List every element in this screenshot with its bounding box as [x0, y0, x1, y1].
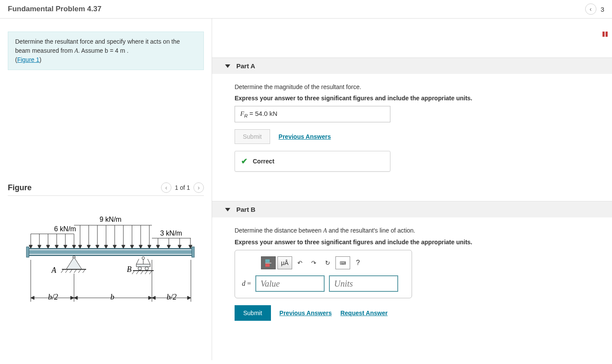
- header-nav: ‹ 3: [585, 3, 604, 15]
- partB-q1-var: A: [323, 227, 327, 234]
- svg-marker-48: [66, 257, 82, 269]
- svg-point-62: [145, 267, 148, 270]
- partA-q1: Determine the magnitude of the resultant…: [235, 83, 599, 90]
- partA-feedback-text: Correct: [253, 158, 274, 165]
- partA-submit-button: Submit: [235, 129, 270, 144]
- partA-body: Determine the magnitude of the resultant…: [212, 74, 612, 179]
- flag-icon[interactable]: [602, 32, 608, 37]
- partB-buttons: Submit Previous Answers Request Answer: [235, 305, 599, 321]
- beam-svg: 6 kN/m 9 kN/m 3 kN/m: [15, 213, 197, 313]
- svg-line-59: [136, 259, 139, 264]
- svg-line-64: [132, 271, 135, 274]
- partA-var: F: [240, 110, 244, 117]
- partB-units-input[interactable]: [329, 275, 398, 292]
- svg-marker-29: [139, 245, 142, 249]
- main-content: Determine the resultant force and specif…: [0, 19, 612, 360]
- partB-prev-answers-link[interactable]: Previous Answers: [280, 310, 332, 316]
- svg-marker-81: [187, 296, 191, 300]
- collapse-icon: [225, 208, 230, 211]
- partA-title: Part A: [236, 62, 255, 70]
- partA-buttons: Submit Previous Answers: [235, 129, 599, 144]
- label-dim2: b: [110, 293, 114, 301]
- collapse-icon: [225, 64, 230, 68]
- tool-keyboard-button[interactable]: ⌨: [335, 256, 350, 269]
- partB-q1-prefix: Determine the distance between: [235, 227, 323, 234]
- partB-value-input[interactable]: [255, 275, 325, 292]
- svg-rect-46: [192, 247, 194, 257]
- figure-header: Figure ‹ 1 of 1 ›: [8, 182, 204, 196]
- svg-marker-77: [74, 296, 77, 300]
- tool-help-button[interactable]: ?: [352, 256, 364, 269]
- problem-title: Fundamental Problem 4.37: [8, 5, 101, 13]
- tool-reset-button[interactable]: ↻: [322, 256, 334, 269]
- page-number: 3: [601, 6, 604, 13]
- partA-value: 54.0 kN: [255, 110, 277, 117]
- svg-marker-23: [113, 245, 116, 249]
- partB-header[interactable]: Part B: [212, 201, 612, 217]
- label-A: A: [51, 266, 57, 275]
- svg-marker-19: [96, 245, 99, 249]
- svg-marker-17: [87, 245, 90, 249]
- partB-submit-button[interactable]: Submit: [235, 305, 271, 321]
- support-B: [132, 257, 154, 274]
- tool-redo-button[interactable]: ↷: [308, 256, 320, 269]
- svg-marker-7: [55, 245, 58, 249]
- svg-line-65: [136, 271, 139, 274]
- figure-next-button[interactable]: ›: [193, 182, 204, 193]
- partB-q1-suffix: and the resultant's line of action.: [327, 227, 415, 234]
- figure-title: Figure: [8, 183, 32, 192]
- partB-input-row: d =: [242, 275, 405, 292]
- partA-header[interactable]: Part A: [212, 57, 612, 74]
- partB-toolbar: μÅ ↶ ↷ ↻ ⌨ ?: [261, 256, 405, 269]
- svg-line-67: [145, 271, 148, 274]
- figure-nav: ‹ 1 of 1 ›: [161, 182, 204, 193]
- support-A: [61, 256, 86, 273]
- svg-marker-9: [64, 245, 67, 249]
- figure-counter: 1 of 1: [175, 184, 190, 191]
- check-icon: ✔: [241, 156, 248, 166]
- figure-link[interactable]: Figure 1: [17, 56, 39, 63]
- svg-line-52: [70, 269, 72, 273]
- partA-answer: FR = 54.0 kN: [235, 106, 390, 122]
- svg-marker-21: [104, 245, 108, 249]
- figure-diagram: 6 kN/m 9 kN/m 3 kN/m: [8, 213, 204, 313]
- problem-var-A: A: [74, 48, 78, 54]
- tool-fraction-button[interactable]: [261, 256, 276, 269]
- prev-page-button[interactable]: ‹: [585, 3, 596, 15]
- svg-line-54: [78, 269, 81, 273]
- svg-line-60: [148, 259, 150, 264]
- svg-line-68: [149, 271, 152, 274]
- svg-rect-42: [28, 250, 193, 254]
- svg-marker-75: [71, 296, 74, 300]
- svg-line-53: [74, 269, 77, 273]
- svg-line-51: [65, 269, 68, 273]
- svg-marker-74: [31, 296, 34, 300]
- tool-undo-button[interactable]: ↶: [294, 256, 306, 269]
- svg-line-55: [83, 269, 85, 273]
- svg-marker-80: [152, 296, 155, 300]
- label-load-mid: 9 kN/m: [100, 216, 122, 223]
- figure-prev-button[interactable]: ‹: [161, 182, 171, 193]
- tool-units-button[interactable]: μÅ: [277, 256, 292, 269]
- partA-sub: R: [244, 113, 248, 118]
- svg-line-66: [141, 271, 143, 274]
- partA-eq: =: [248, 110, 255, 117]
- svg-marker-15: [78, 245, 82, 249]
- svg-marker-34: [156, 245, 160, 249]
- svg-marker-78: [148, 296, 152, 300]
- left-panel: Determine the resultant force and specif…: [0, 19, 212, 360]
- partA-prev-answers-link[interactable]: Previous Answers: [279, 133, 331, 140]
- svg-rect-45: [26, 247, 29, 257]
- svg-rect-57: [136, 264, 150, 267]
- partB-var-label: d =: [242, 280, 251, 287]
- partB-q2: Express your answer to three significant…: [235, 239, 599, 246]
- svg-marker-25: [122, 245, 125, 249]
- partA-feedback: ✔ Correct: [235, 151, 390, 172]
- partA-q2: Express your answer to three significant…: [235, 95, 599, 102]
- svg-marker-36: [167, 245, 171, 249]
- label-load-right: 3 kN/m: [160, 230, 182, 237]
- problem-text-2: . Assume b = 4 m .: [78, 47, 129, 54]
- svg-point-61: [138, 267, 142, 270]
- problem-statement: Determine the resultant force and specif…: [8, 32, 204, 70]
- partB-request-answer-link[interactable]: Request Answer: [340, 310, 387, 316]
